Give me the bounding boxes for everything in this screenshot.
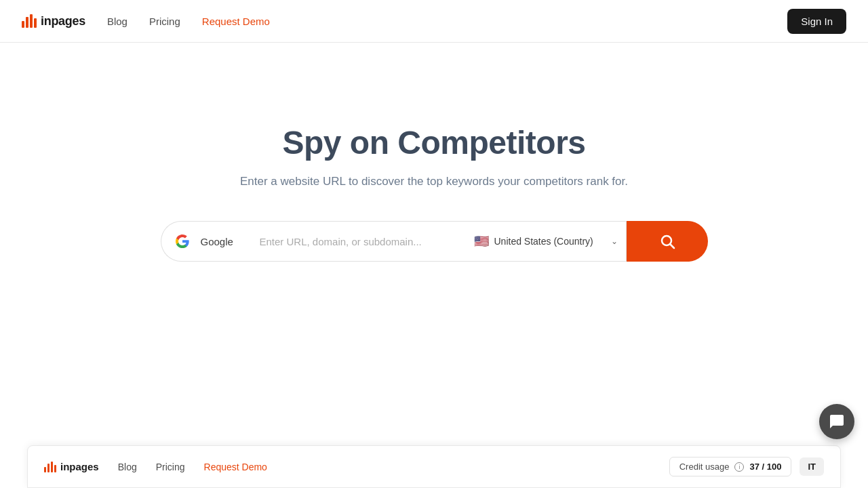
bottom-logo-bar-1 xyxy=(44,467,46,472)
nav-pricing[interactable]: Pricing xyxy=(149,16,180,27)
info-icon[interactable]: i xyxy=(734,462,744,472)
google-logo-icon xyxy=(175,234,190,249)
search-button[interactable] xyxy=(627,221,708,262)
bottom-right: Credit usage i 37 / 100 IT xyxy=(669,457,824,476)
url-input[interactable] xyxy=(249,221,466,262)
navbar-left: inpages Blog Pricing Request Demo xyxy=(22,14,270,28)
bottom-nav-blog[interactable]: Blog xyxy=(118,462,137,472)
credit-count: 37 / 100 xyxy=(749,462,781,472)
nav-request-demo[interactable]: Request Demo xyxy=(202,16,270,27)
it-badge[interactable]: IT xyxy=(800,458,824,476)
navbar: inpages Blog Pricing Request Demo Sign I… xyxy=(0,0,868,43)
bottom-logo-bar-3 xyxy=(51,462,53,472)
hero-subtitle: Enter a website URL to discover the top … xyxy=(240,175,628,188)
svg-line-1 xyxy=(670,245,674,249)
logo[interactable]: inpages xyxy=(22,14,85,28)
logo-bar-1 xyxy=(22,21,24,28)
logo-text: inpages xyxy=(41,14,85,28)
bottom-preview-bar: inpages Blog Pricing Request Demo Credit… xyxy=(27,445,841,488)
bottom-logo[interactable]: inpages xyxy=(44,461,99,472)
bottom-nav-left: inpages Blog Pricing Request Demo xyxy=(44,461,267,472)
country-select[interactable]: United States (Country) United Kingdom (… xyxy=(494,236,618,247)
chat-icon xyxy=(829,413,845,430)
logo-icon xyxy=(22,14,37,28)
logo-bar-2 xyxy=(26,17,28,28)
search-engine-button[interactable]: Google xyxy=(161,221,249,262)
credit-usage-label: Credit usage xyxy=(679,462,730,472)
nav-blog[interactable]: Blog xyxy=(107,16,127,27)
chat-widget[interactable] xyxy=(819,404,854,439)
signin-button[interactable]: Sign In xyxy=(787,9,846,34)
search-engine-label: Google xyxy=(201,236,233,247)
bottom-logo-text: inpages xyxy=(60,461,99,472)
bottom-logo-icon xyxy=(44,462,56,472)
logo-bar-3 xyxy=(30,14,33,28)
hero-section: Spy on Competitors Enter a website URL t… xyxy=(0,43,868,302)
country-selector[interactable]: 🇺🇸 United States (Country) United Kingdo… xyxy=(466,221,627,262)
search-bar: Google 🇺🇸 United States (Country) United… xyxy=(161,221,708,262)
logo-bar-4 xyxy=(34,18,37,28)
flag-icon: 🇺🇸 xyxy=(474,234,489,249)
search-icon xyxy=(659,233,675,249)
bottom-nav-pricing[interactable]: Pricing xyxy=(156,462,185,472)
bottom-nav-request-demo[interactable]: Request Demo xyxy=(204,462,267,472)
credit-usage-badge: Credit usage i 37 / 100 xyxy=(669,457,792,476)
bottom-logo-bar-2 xyxy=(47,464,50,472)
hero-title: Spy on Competitors xyxy=(282,124,585,161)
bottom-logo-bar-4 xyxy=(54,465,56,472)
